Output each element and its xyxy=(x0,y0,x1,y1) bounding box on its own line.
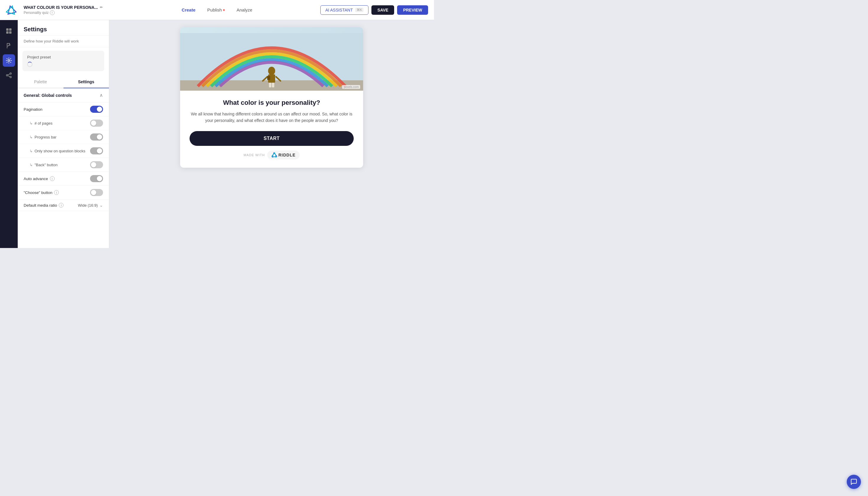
sidebar-item-share[interactable] xyxy=(3,69,15,81)
quiz-body: What color is your personality? We all k… xyxy=(180,91,363,168)
only-questions-label: ↳ Only show on question blocks xyxy=(24,149,85,153)
setting-auto-advance: Auto advance i xyxy=(18,172,109,186)
back-button-toggle-slider xyxy=(90,161,103,168)
default-media-dropdown[interactable]: Wide (16:9) ⌄ xyxy=(78,203,103,207)
tab-palette[interactable]: Palette xyxy=(18,76,63,88)
svg-point-6 xyxy=(8,60,10,61)
back-button-label: ↳ "Back" button xyxy=(24,163,58,167)
project-title: WHAT COLOUR IS YOUR PERSONA... ✏ xyxy=(24,5,315,10)
preset-loading xyxy=(27,62,99,67)
subtitle-info-icon[interactable]: i xyxy=(50,10,55,15)
nav-publish[interactable]: Publish xyxy=(207,7,225,12)
svg-line-10 xyxy=(8,74,10,75)
settings-content: General: Global controls ∧ Pagination ↳ … xyxy=(18,88,109,248)
choose-button-info-icon[interactable]: i xyxy=(54,190,59,195)
svg-point-8 xyxy=(6,75,8,76)
publish-dot xyxy=(223,9,225,11)
progress-label: ↳ Progress bar xyxy=(24,135,57,139)
default-media-info-icon[interactable]: i xyxy=(59,203,63,207)
svg-point-9 xyxy=(10,76,12,78)
svg-rect-4 xyxy=(6,31,9,34)
project-preset-section: Project preset xyxy=(22,51,104,71)
settings-tabs: Palette Settings xyxy=(18,76,109,88)
quiz-description: We all know that having different colors… xyxy=(189,111,354,124)
setting-choose-button: "Choose" button i xyxy=(18,186,109,200)
pages-toggle-slider xyxy=(90,120,103,127)
settings-description: Define how your Riddle will work xyxy=(18,35,109,47)
edit-title-icon[interactable]: ✏ xyxy=(100,5,103,10)
only-questions-toggle-slider xyxy=(90,147,103,154)
section-chevron-icon: ∧ xyxy=(99,92,103,98)
setting-default-media: Default media ratio i Wide (16:9) ⌄ xyxy=(18,200,109,211)
svg-point-7 xyxy=(10,73,12,74)
auto-advance-toggle[interactable] xyxy=(90,175,103,182)
ai-assistant-button[interactable]: AI ASSISTANT ⌘K xyxy=(320,5,369,15)
svg-rect-3 xyxy=(9,28,12,31)
svg-rect-20 xyxy=(267,76,270,80)
pages-toggle[interactable] xyxy=(90,120,103,127)
quiz-image: pexels.com xyxy=(180,27,363,91)
quiz-card: pexels.com What color is your personalit… xyxy=(180,27,363,168)
dropdown-chevron-icon: ⌄ xyxy=(99,203,103,207)
nav-create[interactable]: Create xyxy=(182,7,196,12)
quiz-title: What color is your personality? xyxy=(189,99,354,107)
svg-point-14 xyxy=(268,67,275,75)
progress-sub-arrow: ↳ xyxy=(30,135,33,139)
progress-toggle-slider xyxy=(90,134,103,141)
preview-button[interactable]: PREVIEW xyxy=(397,5,428,15)
default-media-label: Default media ratio i xyxy=(24,203,63,207)
tab-settings[interactable]: Settings xyxy=(63,76,109,88)
only-questions-sub-arrow: ↳ xyxy=(30,149,33,153)
pagination-toggle-slider xyxy=(90,106,103,113)
settings-title: Settings xyxy=(18,20,109,35)
svg-marker-22 xyxy=(272,152,277,157)
title-group: WHAT COLOUR IS YOUR PERSONA... ✏ Persona… xyxy=(24,5,315,15)
svg-marker-1 xyxy=(6,5,16,14)
pages-sub-arrow: ↳ xyxy=(30,121,33,125)
sidebar-item-grid[interactable] xyxy=(3,25,15,37)
choose-button-label: "Choose" button i xyxy=(24,190,59,195)
image-credit: pexels.com xyxy=(342,85,360,89)
auto-advance-toggle-slider xyxy=(90,175,103,182)
logo[interactable] xyxy=(6,5,17,15)
project-preset-label: Project preset xyxy=(27,55,99,59)
section-global-title: General: Global controls xyxy=(24,93,72,98)
sidebar-item-settings[interactable] xyxy=(3,54,15,67)
choose-button-toggle[interactable] xyxy=(90,189,103,196)
nav-analyze[interactable]: Analyze xyxy=(236,7,252,12)
auto-advance-info-icon[interactable]: i xyxy=(50,176,55,181)
setting-progress: ↳ Progress bar xyxy=(18,130,109,144)
setting-pages: ↳ # of pages xyxy=(18,116,109,130)
auto-advance-label: Auto advance i xyxy=(24,176,55,181)
sidebar-item-flag[interactable] xyxy=(3,40,15,52)
setting-pagination: Pagination xyxy=(18,103,109,116)
loading-spinner xyxy=(27,62,32,67)
save-button[interactable]: SAVE xyxy=(371,5,394,15)
riddle-logo-icon xyxy=(271,152,277,158)
pagination-toggle[interactable] xyxy=(90,106,103,113)
svg-rect-2 xyxy=(6,28,9,31)
settings-panel: Settings Define how your Riddle will wor… xyxy=(18,20,109,248)
top-navigation: WHAT COLOUR IS YOUR PERSONA... ✏ Persona… xyxy=(0,0,434,20)
section-global-controls[interactable]: General: Global controls ∧ xyxy=(18,88,109,103)
main-layout: Settings Define how your Riddle will wor… xyxy=(0,20,434,248)
only-questions-toggle[interactable] xyxy=(90,147,103,154)
setting-only-questions: ↳ Only show on question blocks xyxy=(18,144,109,158)
riddle-brand-text: Riddle xyxy=(278,153,296,157)
progress-toggle[interactable] xyxy=(90,134,103,141)
project-subtitle: Personality quiz i xyxy=(24,10,315,15)
back-button-toggle[interactable] xyxy=(90,161,103,168)
made-with: MADE WITH Riddle xyxy=(189,146,354,160)
pages-label: ↳ # of pages xyxy=(24,121,52,125)
top-actions: AI ASSISTANT ⌘K SAVE PREVIEW xyxy=(320,5,428,15)
svg-marker-0 xyxy=(6,5,16,14)
setting-back-button: ↳ "Back" button xyxy=(18,158,109,172)
back-button-sub-arrow: ↳ xyxy=(30,163,33,167)
pagination-label: Pagination xyxy=(24,107,43,112)
svg-line-11 xyxy=(8,76,10,76)
svg-rect-5 xyxy=(9,31,12,34)
icon-sidebar xyxy=(0,20,18,248)
main-navigation: Create Publish Analyze xyxy=(182,7,252,12)
start-button[interactable]: START xyxy=(189,131,354,146)
preview-area: pexels.com What color is your personalit… xyxy=(109,20,434,248)
